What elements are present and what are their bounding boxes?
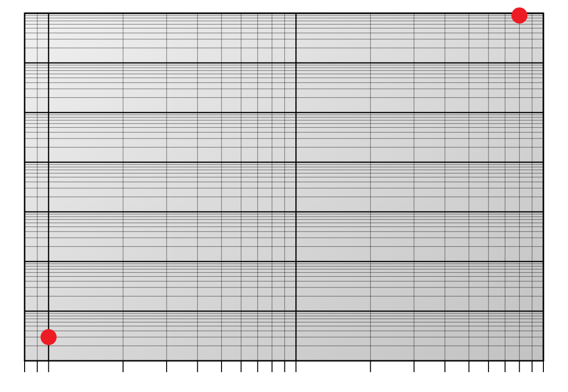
data-point	[41, 329, 57, 345]
data-point	[511, 8, 527, 24]
plot-background	[25, 13, 543, 361]
log-log-chart	[0, 0, 568, 392]
ticks	[25, 361, 543, 372]
